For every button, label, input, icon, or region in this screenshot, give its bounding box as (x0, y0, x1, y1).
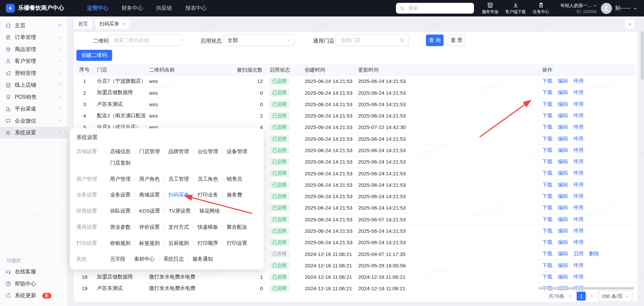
qr-name-field[interactable] (108, 35, 183, 46)
popup-item-素材中心[interactable]: 素材中心 (134, 255, 155, 264)
edit-link[interactable]: 编辑 (558, 262, 568, 269)
edit-link[interactable]: 编辑 (558, 216, 568, 223)
sidebar-footer-help[interactable]: 帮助中心 (0, 278, 67, 290)
topnav-item[interactable]: 报表中心 (185, 4, 207, 12)
disable-link[interactable]: 停用 (573, 135, 584, 142)
disable-link[interactable]: 停用 (573, 89, 584, 96)
edit-link[interactable]: 编辑 (558, 170, 568, 177)
popup-item-营业参数[interactable]: 营业参数 (110, 222, 130, 231)
sidebar-item-product[interactable]: 商品管理 (0, 43, 67, 55)
disable-link[interactable]: 停用 (573, 262, 584, 269)
edit-link[interactable]: 编辑 (558, 251, 568, 258)
edit-link[interactable]: 编辑 (558, 193, 568, 200)
popup-item-打印业务[interactable]: 打印业务 (198, 190, 218, 200)
edit-link[interactable]: 编辑 (558, 273, 568, 280)
quicklink-download[interactable]: 客户端下载 (503, 2, 528, 15)
download-link[interactable]: 下载 (542, 239, 552, 246)
status-select[interactable]: 全部 (223, 35, 294, 46)
sidebar-item-marketing[interactable]: 营销管理 (0, 67, 67, 79)
sidebar-item-pos[interactable]: POS销售 (0, 91, 67, 103)
delete-link[interactable]: 删除 (589, 251, 599, 258)
popup-item-聚合配送[interactable]: 聚合配送 (227, 222, 247, 231)
account-info[interactable]: 年轻人的第一... ID: 100004 (560, 2, 597, 14)
popup-item-裱花网络[interactable]: 裱花网络 (199, 207, 220, 216)
download-link[interactable]: 下载 (542, 273, 552, 280)
download-link[interactable]: 下载 (542, 101, 552, 108)
horizontal-scrollbar[interactable] (538, 287, 634, 290)
sidebar-footer-refresh[interactable]: 系统更新新 (0, 290, 67, 302)
create-qrcode-button[interactable]: 创建二维码 (76, 50, 112, 61)
prev-page-button[interactable] (569, 294, 573, 298)
disable-link[interactable]: 停用 (573, 239, 584, 246)
edit-link[interactable]: 编辑 (558, 158, 568, 165)
edit-link[interactable]: 编辑 (558, 147, 568, 154)
popup-item-元字段[interactable]: 元字段 (110, 255, 125, 264)
download-link[interactable]: 下载 (542, 124, 552, 131)
edit-link[interactable]: 编辑 (558, 112, 568, 119)
sidebar-item-wechat[interactable]: 企业微信 (0, 115, 67, 127)
tabs-collapse-button[interactable] (625, 19, 634, 29)
popup-item-评价设置[interactable]: 评价设置 (139, 222, 160, 231)
popup-item-打印设置[interactable]: 打印设置 (227, 238, 247, 248)
sidebar-footer-headset[interactable]: 在线客服 (0, 266, 67, 278)
download-link[interactable]: 下载 (542, 216, 552, 223)
popup-item-门店管理[interactable]: 门店管理 (139, 147, 160, 156)
edit-link[interactable]: 编辑 (558, 124, 568, 131)
disable-link[interactable]: 停用 (573, 227, 584, 234)
popup-item-服务通知[interactable]: 服务通知 (193, 255, 213, 264)
popup-item-服务费[interactable]: 服务费 (227, 190, 242, 200)
enable-link[interactable]: 启用 (573, 251, 584, 258)
disable-link[interactable]: 停用 (573, 78, 584, 85)
popup-item-商城设置[interactable]: 商城设置 (139, 190, 160, 200)
search-button[interactable]: 查 询 (426, 35, 444, 46)
popup-item-收银规则[interactable]: 收银规则 (110, 238, 130, 248)
popup-item-扫码买单[interactable]: 扫码买单 (168, 190, 189, 200)
store-input[interactable] (340, 37, 397, 44)
store-field[interactable] (335, 35, 409, 46)
sidebar-item-platform[interactable]: 平台渠道 (0, 103, 67, 115)
download-link[interactable]: 下载 (542, 89, 552, 96)
disable-link[interactable]: 停用 (573, 170, 584, 177)
download-link[interactable]: 下载 (542, 135, 552, 142)
tab-扫码买单[interactable]: 扫码买单× (95, 19, 129, 29)
popup-item-用户角色[interactable]: 用户角色 (139, 174, 160, 183)
edit-link[interactable]: 编辑 (558, 78, 568, 85)
download-link[interactable]: 下载 (542, 251, 552, 258)
tab-首页[interactable]: 首页 (74, 19, 92, 29)
edit-link[interactable]: 编辑 (558, 239, 568, 246)
sidebar-item-shop[interactable]: 线上店铺 (0, 79, 67, 91)
popup-item-系统日志[interactable]: 系统日志 (163, 255, 184, 264)
sidebar-item-customer[interactable]: 客户管理 (0, 55, 67, 67)
popup-item-员工角色[interactable]: 员工角色 (198, 174, 218, 183)
edit-link[interactable]: 编辑 (558, 135, 568, 142)
popup-item-店铺信息[interactable]: 店铺信息 (110, 147, 130, 156)
popup-item-排队设置[interactable]: 排队设置 (110, 207, 130, 216)
disable-link[interactable]: 停用 (573, 193, 584, 200)
sidebar-item-order[interactable]: 订单管理 (0, 31, 67, 43)
edit-link[interactable]: 编辑 (558, 181, 568, 188)
disable-link[interactable]: 停用 (573, 158, 584, 165)
popup-item-KDS设置[interactable]: KDS设置 (139, 207, 160, 216)
user-menu[interactable]: 别------ (615, 5, 631, 12)
qr-name-input[interactable] (113, 37, 179, 44)
popup-item-品牌管理[interactable]: 品牌管理 (168, 147, 189, 156)
download-link[interactable]: 下载 (542, 170, 552, 177)
disable-link[interactable]: 停用 (573, 273, 584, 280)
vertical-scrollbar-thumb[interactable] (641, 31, 644, 80)
download-link[interactable]: 下载 (542, 112, 552, 119)
sidebar-item-home[interactable]: 主页 (0, 19, 67, 32)
disable-link[interactable]: 停用 (573, 216, 584, 223)
avatar[interactable] (601, 3, 612, 14)
download-link[interactable]: 下载 (542, 262, 552, 269)
download-link[interactable]: 下载 (542, 227, 552, 234)
popup-item-门店复制[interactable]: 门店复制 (110, 158, 130, 167)
download-link[interactable]: 下载 (542, 158, 552, 165)
disable-link[interactable]: 停用 (573, 101, 584, 108)
reset-button[interactable]: 重 置 (448, 35, 466, 46)
popup-item-设备管理[interactable]: 设备管理 (227, 147, 247, 156)
download-link[interactable]: 下载 (542, 205, 552, 212)
download-link[interactable]: 下载 (542, 193, 552, 200)
global-search-input[interactable] (408, 5, 470, 12)
disable-link[interactable]: 停用 (573, 205, 584, 212)
download-link[interactable]: 下载 (542, 147, 552, 154)
